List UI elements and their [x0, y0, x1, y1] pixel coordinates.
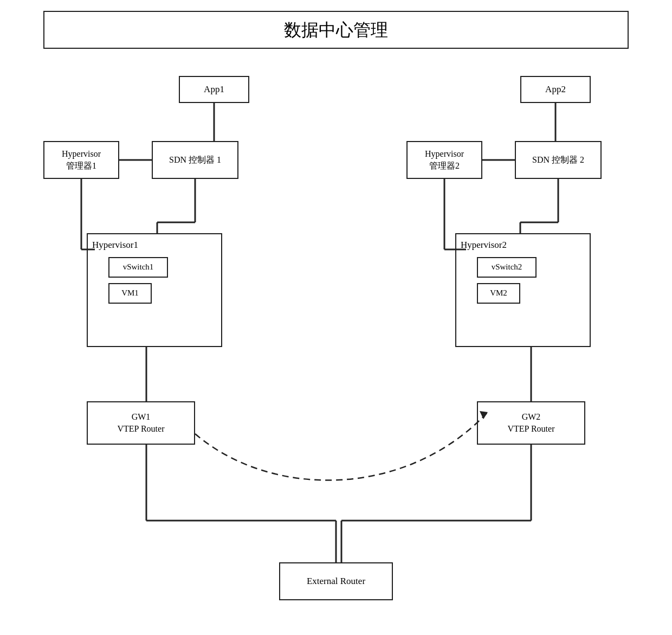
hypervisor2-box: Hypervisor2 vSwitch2 VM2 — [455, 233, 591, 347]
external-router-box: External Router — [279, 562, 393, 600]
hypervisor2-label: Hypervisor2 — [461, 239, 507, 252]
hypervisor1-label: Hypervisor1 — [92, 239, 138, 252]
sdn2-box: SDN 控制器 2 — [515, 141, 602, 179]
hypervisor-mgr1-box: Hypervisor 管理器1 — [43, 141, 119, 179]
hypervisor1-box: Hypervisor1 vSwitch1 VM1 — [87, 233, 222, 347]
gw1-box: GW1 VTEP Router — [87, 401, 195, 445]
gw2-box: GW2 VTEP Router — [477, 401, 585, 445]
diagram-container: 数据中心管理 App1 App2 Hypervisor 管理器1 SDN 控制器… — [0, 0, 672, 635]
app1-box: App1 — [179, 76, 249, 103]
sdn1-box: SDN 控制器 1 — [152, 141, 238, 179]
vm2-box: VM2 — [477, 283, 520, 304]
hypervisor-mgr2-box: Hypervisor 管理器2 — [406, 141, 482, 179]
vswitch2-box: vSwitch2 — [477, 257, 537, 278]
title-bar: 数据中心管理 — [43, 11, 629, 49]
vswitch1-box: vSwitch1 — [108, 257, 168, 278]
vm1-box: VM1 — [108, 283, 152, 304]
app2-box: App2 — [520, 76, 591, 103]
